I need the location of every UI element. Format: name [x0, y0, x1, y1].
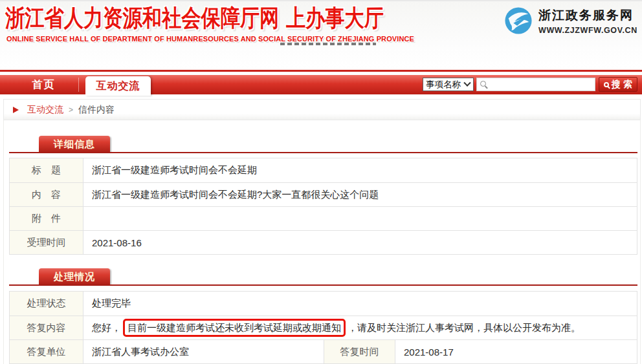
detail-table: 标 题 浙江省一级建造师考试时间会不会延期 内 容 浙江省一级建造师考试时间会不… — [9, 158, 637, 255]
site-title: 浙江省人力资源和社会保障厅网 上办事大厅 — [5, 3, 384, 34]
table-row-accept-time: 受理时间 2021-08-16 — [10, 230, 637, 254]
breadcrumb-separator: > — [69, 105, 73, 114]
search-input[interactable] — [476, 78, 595, 91]
search-button-label: 搜 索 — [612, 79, 632, 91]
table-row-reply-unit-time: 答复单位 浙江省人事考试办公室 答复时间 2021-08-17 — [10, 339, 637, 363]
table-row-reply-content: 答复内容 您好， 目前一级建造师考试还未收到考试延期或改期通知 ，请及时关注浙江… — [10, 316, 637, 339]
search-button-magnifier-icon — [604, 82, 609, 87]
site-subtitle: ONLINE SERVICE HALL OF DEPARTMENT OF HUM… — [6, 35, 414, 43]
section-title-process: 处理情况 — [39, 268, 110, 284]
chevron-down-icon — [463, 79, 470, 86]
row-value: 处理完毕 — [83, 292, 637, 316]
nav-tab-interaction[interactable]: 互动交流 — [85, 76, 151, 96]
breadcrumb-link-interaction[interactable]: 互动交流 — [27, 104, 63, 116]
logo-site-url: WWW.ZJZWFW.GOV.CN — [538, 26, 637, 35]
row-label: 答复单位 — [10, 340, 83, 363]
table-row-attachment: 附 件 — [10, 206, 637, 230]
table-row-status: 处理状态 处理完毕 — [10, 292, 637, 316]
obscured-text-artifact — [280, 43, 376, 45]
reply-prefix: 您好， — [92, 322, 121, 334]
section-underline-process — [9, 284, 637, 286]
row-value: 您好， 目前一级建造师考试还未收到考试延期或改期通知 ，请及时关注浙江人事考试网… — [83, 316, 637, 339]
page: 浙江省人力资源和社会保障厅网 上办事大厅 ONLINE SERVICE HALL… — [0, 0, 642, 364]
site-header: 浙江省人力资源和社会保障厅网 上办事大厅 ONLINE SERVICE HALL… — [0, 1, 642, 69]
logo-text-block: 浙江政务服务网 WWW.ZJZWFW.GOV.CN — [538, 7, 637, 35]
table-row-title: 标 题 浙江省一级建造师考试时间会不会延期 — [10, 158, 637, 182]
row-label: 标 题 — [10, 158, 83, 182]
page-left-border — [3, 120, 4, 364]
breadcrumb-arrow-icon — [13, 107, 19, 113]
row-value: 浙江省一级建造师考试时间会不会延期 — [83, 158, 637, 182]
reply-highlight-annotation: 目前一级建造师考试还未收到考试延期或改期通知 — [123, 319, 346, 337]
nav-divider — [78, 78, 79, 92]
search-category-select[interactable]: 事项名称 — [423, 78, 474, 91]
search-button[interactable]: 搜 索 — [599, 77, 637, 92]
row-label: 受理时间 — [10, 231, 83, 254]
reply-suffix: ，请及时关注浙江人事考试网，具体以公开发布为准。 — [348, 322, 581, 334]
row-label: 处理状态 — [10, 292, 83, 316]
row-label: 附 件 — [10, 207, 83, 230]
row-value-time: 2021-08-17 — [395, 340, 637, 363]
top-red-line — [0, 70, 642, 72]
row-value-unit: 浙江省人事考试办公室 — [83, 340, 324, 363]
search-category-label: 事项名称 — [426, 79, 461, 91]
gov-portal-logo[interactable]: 浙江政务服务网 WWW.ZJZWFW.GOV.CN — [504, 5, 637, 37]
process-table: 处理状态 处理完毕 答复内容 您好， 目前一级建造师考试还未收到考试延期或改期通… — [9, 291, 637, 364]
row-label-time: 答复时间 — [324, 340, 395, 363]
row-label: 内 容 — [10, 183, 83, 206]
search-field-magnifier-icon — [480, 81, 486, 87]
section-underline-detail — [9, 152, 637, 153]
row-value: 2021-08-16 — [83, 231, 637, 254]
row-value: 浙江省一级建造师考试时间会不会延期?大家一直都很关心这个问题 — [83, 183, 637, 206]
row-value — [83, 207, 637, 230]
breadcrumb: 互动交流 > 信件内容 — [3, 99, 641, 120]
row-label: 答复内容 — [10, 316, 83, 339]
section-title-detail: 详细信息 — [39, 136, 110, 152]
page-right-border — [640, 120, 641, 364]
logo-site-name: 浙江政务服务网 — [538, 7, 637, 24]
breadcrumb-current: 信件内容 — [78, 104, 115, 116]
zhejiang-gov-logo-icon — [504, 6, 533, 35]
table-row-content: 内 容 浙江省一级建造师考试时间会不会延期?大家一直都很关心这个问题 — [10, 182, 637, 206]
nav-tab-home[interactable]: 首页 — [10, 75, 78, 94]
